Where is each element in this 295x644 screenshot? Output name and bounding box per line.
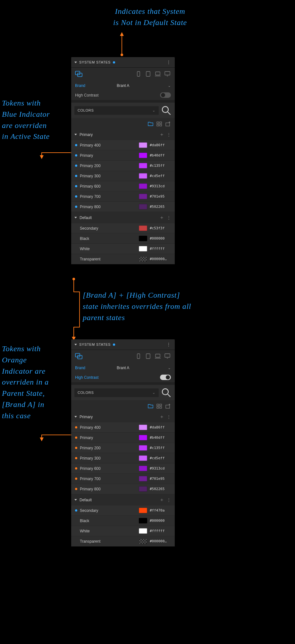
- laptop-icon[interactable]: [154, 352, 162, 360]
- color-swatch[interactable]: [139, 476, 147, 481]
- svg-point-17: [162, 106, 168, 113]
- grid-icon[interactable]: [155, 403, 163, 409]
- token-name: Primary: [80, 153, 136, 158]
- color-swatch[interactable]: [139, 173, 147, 179]
- phone-icon[interactable]: [134, 70, 143, 78]
- token-row[interactable]: Secondary#c53f3f: [71, 223, 175, 233]
- color-swatch[interactable]: [139, 225, 147, 231]
- token-row[interactable]: Black#000000: [71, 516, 175, 526]
- export-icon[interactable]: [164, 403, 172, 409]
- color-swatch[interactable]: [139, 153, 147, 158]
- tablet-icon[interactable]: [144, 352, 152, 360]
- color-swatch[interactable]: [139, 194, 147, 199]
- folder-icon[interactable]: [147, 121, 154, 127]
- color-swatch[interactable]: [139, 518, 147, 523]
- category-select[interactable]: COLORS ⌄: [74, 388, 159, 397]
- phone-icon[interactable]: [134, 352, 143, 360]
- color-swatch[interactable]: [139, 183, 147, 189]
- folder-icon[interactable]: [147, 403, 154, 409]
- color-swatch[interactable]: [139, 455, 147, 461]
- svg-marker-1: [120, 32, 124, 36]
- brand-row[interactable]: Brand Brant A ⌄: [71, 81, 175, 90]
- token-row[interactable]: Primary 800#502265: [71, 484, 175, 494]
- more-icon[interactable]: ⋮: [166, 342, 172, 347]
- color-swatch[interactable]: [139, 204, 147, 209]
- token-hex: #000000…: [150, 257, 172, 261]
- color-swatch[interactable]: [139, 246, 147, 251]
- color-swatch[interactable]: [139, 142, 147, 148]
- color-swatch[interactable]: [139, 486, 147, 492]
- tablet-icon[interactable]: [144, 70, 152, 78]
- token-row[interactable]: Transparent#000000…: [71, 254, 175, 264]
- token-row[interactable]: Primary 400#da86ff: [71, 140, 175, 150]
- group-header[interactable]: Primary ＋ ⋮: [71, 411, 175, 422]
- states-icon[interactable]: [74, 71, 83, 78]
- section-title[interactable]: SYSTEM STATES ⋮: [71, 57, 175, 67]
- desktop-icon[interactable]: [163, 352, 172, 360]
- token-row[interactable]: White#ffffff: [71, 244, 175, 254]
- more-icon[interactable]: ⋮: [167, 414, 172, 419]
- token-row[interactable]: Secondary#ff470a: [71, 505, 175, 516]
- override-indicator-dot: [75, 520, 77, 522]
- token-row[interactable]: White#ffffff: [71, 526, 175, 536]
- add-token-button[interactable]: ＋: [159, 215, 164, 221]
- more-icon[interactable]: ⋮: [166, 60, 172, 65]
- color-swatch[interactable]: [139, 256, 147, 262]
- state-indicator-dot: [113, 61, 115, 64]
- override-indicator-dot: [75, 436, 77, 439]
- group-header[interactable]: Default ＋ ⋮: [71, 212, 175, 223]
- brand-row[interactable]: Brand Brant A ⌄: [71, 363, 175, 372]
- category-select[interactable]: COLORS ⌄: [74, 106, 159, 115]
- color-swatch[interactable]: [139, 528, 147, 534]
- svg-point-5: [72, 278, 75, 280]
- group-header[interactable]: Primary ＋ ⋮: [71, 129, 175, 140]
- color-swatch[interactable]: [139, 435, 147, 440]
- token-row[interactable]: Primary 200#c135ff: [71, 161, 175, 171]
- override-indicator-dot: [75, 175, 77, 177]
- high-contrast-toggle[interactable]: [160, 375, 171, 380]
- desktop-icon[interactable]: [163, 70, 172, 78]
- token-name: Primary 700: [80, 477, 136, 481]
- more-icon[interactable]: ⋮: [167, 215, 172, 220]
- add-token-button[interactable]: ＋: [159, 497, 164, 503]
- states-icon[interactable]: [74, 353, 83, 360]
- grid-icon[interactable]: [155, 121, 163, 127]
- token-row[interactable]: Primary 300#cd5eff: [71, 171, 175, 181]
- token-row[interactable]: Primary 600#9313cd: [71, 463, 175, 474]
- more-icon[interactable]: ⋮: [167, 132, 172, 137]
- laptop-icon[interactable]: [154, 70, 162, 78]
- add-token-button[interactable]: ＋: [159, 131, 164, 138]
- search-button[interactable]: [161, 388, 172, 397]
- export-icon[interactable]: [164, 121, 172, 127]
- high-contrast-toggle[interactable]: [160, 92, 171, 98]
- search-button[interactable]: [161, 106, 172, 115]
- color-swatch[interactable]: [139, 508, 147, 513]
- token-row[interactable]: Primary#b40dff: [71, 150, 175, 161]
- token-row[interactable]: Primary 700#701e95: [71, 191, 175, 202]
- color-swatch[interactable]: [139, 466, 147, 471]
- token-row[interactable]: Primary 200#c135ff: [71, 443, 175, 453]
- color-swatch[interactable]: [139, 445, 147, 451]
- color-swatch[interactable]: [139, 163, 147, 168]
- token-row[interactable]: Primary 600#9313cd: [71, 181, 175, 191]
- svg-rect-12: [146, 72, 150, 76]
- section-title[interactable]: SYSTEM STATES ⋮: [71, 339, 175, 350]
- token-hex: #ffffff: [150, 247, 172, 251]
- token-row[interactable]: Transparent#000000…: [71, 536, 175, 547]
- token-row[interactable]: Black#000000: [71, 233, 175, 244]
- token-row[interactable]: Primary 800#502265: [71, 202, 175, 212]
- token-row[interactable]: Primary 400#da86ff: [71, 422, 175, 433]
- token-name: White: [80, 247, 136, 251]
- annotation-middle: [Brand A] + [High Contrast] state inheri…: [83, 290, 294, 323]
- color-swatch[interactable]: [139, 425, 147, 430]
- color-swatch[interactable]: [139, 538, 147, 544]
- token-name: Primary 600: [80, 184, 136, 189]
- group-header[interactable]: Default ＋ ⋮: [71, 494, 175, 505]
- token-list-primary: Primary 400#da86ffPrimary#b40dffPrimary …: [71, 140, 175, 212]
- token-row[interactable]: Primary 700#701e95: [71, 474, 175, 484]
- token-row[interactable]: Primary 300#cd5eff: [71, 453, 175, 463]
- more-icon[interactable]: ⋮: [167, 497, 172, 502]
- token-row[interactable]: Primary#b40dff: [71, 433, 175, 443]
- add-token-button[interactable]: ＋: [159, 414, 164, 420]
- color-swatch[interactable]: [139, 236, 147, 241]
